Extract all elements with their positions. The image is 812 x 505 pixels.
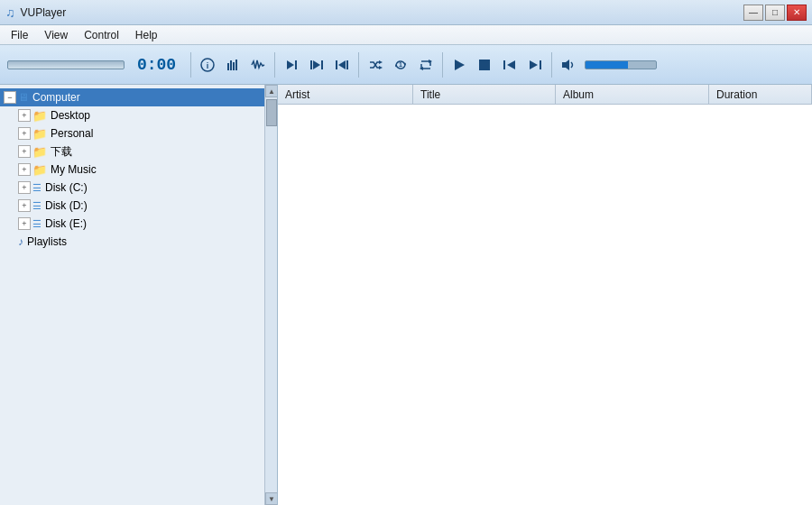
shuffle-button[interactable] xyxy=(364,54,386,76)
svg-rect-2 xyxy=(227,63,229,70)
folder-icon-personal: 📁 xyxy=(32,127,47,141)
repeat-button[interactable] xyxy=(415,54,437,76)
tree-scroll: − 🖥 Computer + 📁 Desktop + 📁 Personal xyxy=(0,85,277,505)
scrollbar-up-arrow[interactable]: ▲ xyxy=(265,85,277,97)
skip-next-button[interactable] xyxy=(281,54,302,76)
titlebar: ♫ VUPlayer — □ ✕ xyxy=(0,0,812,25)
next-track-button[interactable] xyxy=(524,54,546,76)
next-track-icon xyxy=(528,58,542,72)
repeat-one-button[interactable]: 1 xyxy=(390,54,411,76)
svg-marker-24 xyxy=(530,60,538,69)
close-button[interactable]: ✕ xyxy=(787,5,807,21)
folder-icon-downloads: 📁 xyxy=(32,145,47,159)
tree-label-computer: Computer xyxy=(32,91,80,104)
tree-label-desktop: Desktop xyxy=(51,109,90,122)
svg-rect-3 xyxy=(230,60,232,70)
right-panel: Artist Title Album Duration xyxy=(278,85,812,505)
tree-item-mymusic[interactable]: + 📁 My Music xyxy=(0,161,277,179)
minimize-button[interactable]: — xyxy=(743,5,763,21)
waveform-button[interactable] xyxy=(247,54,269,76)
menu-view[interactable]: View xyxy=(37,27,75,43)
step-backward-button[interactable] xyxy=(331,54,353,76)
music-icon-playlists: ♪ xyxy=(18,235,23,248)
play-button[interactable] xyxy=(448,54,470,76)
expand-computer[interactable]: − xyxy=(4,91,16,104)
svg-marker-22 xyxy=(507,60,515,69)
tree-label-diske: Disk (E:) xyxy=(45,217,87,230)
app-icon: ♫ xyxy=(5,5,15,20)
toolbar-separator-5 xyxy=(551,52,552,78)
tree-item-diskc[interactable]: + ☰ Disk (C:) xyxy=(0,179,277,197)
step-backward-icon xyxy=(335,58,349,72)
expand-personal[interactable]: + xyxy=(18,127,31,140)
svg-marker-9 xyxy=(313,60,320,69)
maximize-button[interactable]: □ xyxy=(765,5,785,21)
tree-scrollbar: ▲ ▼ xyxy=(264,85,277,505)
table-content xyxy=(278,105,812,505)
svg-rect-21 xyxy=(503,60,505,69)
menubar: File View Control Help xyxy=(0,25,812,45)
table-header: Artist Title Album Duration xyxy=(278,85,812,105)
tree-label-downloads: 下载 xyxy=(51,144,72,160)
svg-marker-14 xyxy=(379,60,383,64)
menu-help[interactable]: Help xyxy=(128,27,165,43)
stop-icon xyxy=(477,58,492,72)
stop-button[interactable] xyxy=(474,54,495,76)
expand-desktop[interactable]: + xyxy=(18,109,31,122)
shuffle-icon xyxy=(368,58,383,72)
svg-marker-15 xyxy=(379,66,383,69)
tree-item-diskd[interactable]: + ☰ Disk (D:) xyxy=(0,197,277,215)
scrollbar-track xyxy=(265,97,277,492)
col-label-artist: Artist xyxy=(285,88,309,101)
svg-marker-19 xyxy=(455,60,465,70)
volume-button[interactable] xyxy=(558,54,579,76)
svg-text:i: i xyxy=(207,61,209,70)
svg-rect-23 xyxy=(540,60,541,69)
step-forward-button[interactable] xyxy=(306,54,328,76)
menu-file[interactable]: File xyxy=(4,27,35,43)
toolbar-separator-2 xyxy=(274,52,275,78)
info-button[interactable]: i xyxy=(197,54,218,76)
svg-text:1: 1 xyxy=(399,61,402,68)
tree-item-computer[interactable]: − 🖥 Computer xyxy=(0,88,277,106)
col-header-album[interactable]: Album xyxy=(556,85,709,104)
col-header-title[interactable]: Title xyxy=(413,85,556,104)
titlebar-left: ♫ VUPlayer xyxy=(5,5,66,20)
expand-diskd[interactable]: + xyxy=(18,199,31,212)
tree-item-playlists[interactable]: ♪ Playlists xyxy=(0,233,277,251)
repeat-one-icon: 1 xyxy=(393,58,408,72)
expand-downloads[interactable]: + xyxy=(18,145,31,158)
tree-item-downloads[interactable]: + 📁 下载 xyxy=(0,142,277,161)
list-icon-diske: ☰ xyxy=(32,218,42,230)
svg-rect-4 xyxy=(233,62,235,70)
folder-icon-desktop: 📁 xyxy=(32,109,47,123)
tree-item-desktop[interactable]: + 📁 Desktop xyxy=(0,106,277,124)
svg-rect-20 xyxy=(479,60,490,70)
menu-control[interactable]: Control xyxy=(77,27,126,43)
col-header-artist[interactable]: Artist xyxy=(278,85,413,104)
main-area: − 🖥 Computer + 📁 Desktop + 📁 Personal xyxy=(0,85,812,505)
tree-item-personal[interactable]: + 📁 Personal xyxy=(0,124,277,142)
folder-icon-mymusic: 📁 xyxy=(32,163,47,177)
titlebar-buttons: — □ ✕ xyxy=(743,5,807,21)
col-label-title: Title xyxy=(420,88,440,101)
prev-track-button[interactable] xyxy=(499,54,521,76)
svg-rect-10 xyxy=(321,60,323,69)
progress-bar[interactable] xyxy=(7,60,125,69)
left-panel: − 🖥 Computer + 📁 Desktop + 📁 Personal xyxy=(0,85,278,505)
expand-diske[interactable]: + xyxy=(18,217,31,230)
col-label-album: Album xyxy=(563,88,594,101)
scrollbar-down-arrow[interactable]: ▼ xyxy=(265,492,277,505)
volume-slider[interactable] xyxy=(585,60,657,69)
computer-icon: 🖥 xyxy=(18,91,29,104)
tree-item-diske[interactable]: + ☰ Disk (E:) xyxy=(0,215,277,233)
col-header-duration[interactable]: Duration xyxy=(709,85,812,104)
equalizer-button[interactable] xyxy=(222,54,244,76)
toolbar-separator-4 xyxy=(442,52,443,78)
info-icon: i xyxy=(200,58,215,72)
expand-mymusic[interactable]: + xyxy=(18,163,31,176)
tree-label-diskc: Disk (C:) xyxy=(45,181,88,194)
svg-rect-7 xyxy=(295,60,297,69)
expand-diskc[interactable]: + xyxy=(18,181,31,194)
scrollbar-thumb[interactable] xyxy=(266,99,277,126)
